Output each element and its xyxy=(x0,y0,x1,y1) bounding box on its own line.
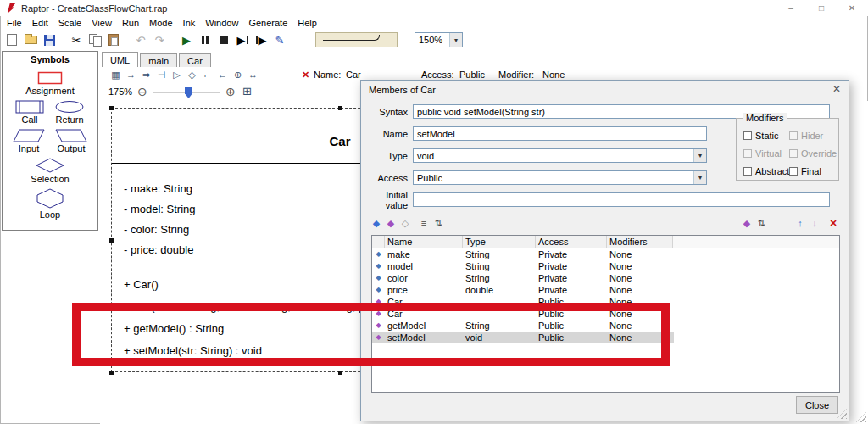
class-modifier-value[interactable]: None xyxy=(542,70,565,80)
zoom-level-select[interactable]: 150% ▾ xyxy=(415,32,463,47)
new-file-button[interactable] xyxy=(3,31,21,48)
menu-help[interactable]: Help xyxy=(292,18,322,28)
open-file-button[interactable] xyxy=(21,31,40,48)
redo-button[interactable]: ↷ xyxy=(150,31,169,48)
symbol-loop[interactable]: Loop xyxy=(36,188,64,220)
symbol-assignment[interactable]: Assignment xyxy=(25,71,74,96)
cut-button[interactable]: ✂ xyxy=(67,31,86,48)
app-icon xyxy=(7,3,16,14)
pause-icon xyxy=(202,36,209,44)
chevron-down-icon[interactable]: ▾ xyxy=(693,149,706,162)
selection-handle[interactable] xyxy=(338,106,342,110)
step-button[interactable]: ▶ xyxy=(233,31,252,48)
maximize-button[interactable]: □ xyxy=(806,0,837,15)
initial-value-input[interactable] xyxy=(413,192,830,207)
symbols-panel: Symbols Assignment Call Return Input Out… xyxy=(2,51,98,231)
uml-class-icon[interactable]: ▦ xyxy=(108,68,123,81)
menu-mode[interactable]: Mode xyxy=(144,18,178,28)
uml-reverse-arrow-icon[interactable]: ← xyxy=(215,68,230,81)
table-header: Name Type Access Modifiers xyxy=(372,236,839,248)
sort-icon[interactable]: ⇅ xyxy=(754,216,768,230)
stop-button[interactable] xyxy=(214,31,233,48)
open-folder-icon xyxy=(25,36,37,44)
menu-generate[interactable]: Generate xyxy=(243,18,292,28)
delete-icon[interactable]: ✕ xyxy=(298,68,313,81)
uml-realization-icon[interactable]: ⊣ xyxy=(154,68,169,81)
step-to-end-button[interactable]: ▶ xyxy=(252,31,270,48)
tab-uml[interactable]: UML xyxy=(102,52,138,67)
selection-handle[interactable] xyxy=(109,371,114,375)
menu-scale[interactable]: Scale xyxy=(53,18,87,28)
minimize-button[interactable]: – xyxy=(776,0,806,15)
uml-dependency-icon[interactable]: ⇒ xyxy=(139,68,153,81)
pen-button[interactable]: ✎ xyxy=(270,31,289,48)
undo-button[interactable]: ↶ xyxy=(131,31,150,48)
table-row[interactable]: ◆ make String Private None xyxy=(372,248,674,260)
uml-inheritance-icon[interactable]: ▷ xyxy=(170,68,184,81)
menu-edit[interactable]: Edit xyxy=(27,18,53,28)
checkbox-final[interactable]: Final xyxy=(789,166,821,176)
class-name-value[interactable]: Car xyxy=(346,70,361,80)
checkbox-abstract[interactable]: Abstract xyxy=(743,166,789,176)
checkbox-static[interactable]: Static xyxy=(743,131,779,141)
tab-main[interactable]: main xyxy=(140,53,177,67)
chevron-down-icon[interactable]: ▾ xyxy=(693,171,706,184)
pause-button[interactable] xyxy=(196,31,214,48)
symbol-output[interactable]: Output xyxy=(55,129,87,153)
list-view-icon[interactable]: ≡ xyxy=(417,216,431,230)
class-access-value[interactable]: Public xyxy=(459,70,485,80)
menu-window[interactable]: Window xyxy=(200,18,243,28)
name-input[interactable]: setModel xyxy=(413,126,707,141)
menu-ink[interactable]: Ink xyxy=(178,18,201,28)
tab-car[interactable]: Car xyxy=(179,53,211,67)
table-row[interactable]: ◆ price double Private None xyxy=(372,284,674,296)
zoom-out-icon[interactable]: ⊖ xyxy=(137,85,147,98)
symbol-input[interactable]: Input xyxy=(13,129,45,153)
fit-to-window-icon[interactable]: ⊞ xyxy=(242,85,252,98)
zoom-in-icon[interactable]: ⊕ xyxy=(225,85,236,98)
dialog-close-icon[interactable]: ✕ xyxy=(832,83,841,95)
selection-handle[interactable] xyxy=(338,371,342,375)
remove-member-icon[interactable]: ◇ xyxy=(398,216,412,230)
uml-connector-icon[interactable]: ⌐ xyxy=(200,68,214,81)
uml-association-icon[interactable]: → xyxy=(124,68,138,81)
delete-member-icon[interactable]: ✕ xyxy=(826,216,840,230)
move-down-icon[interactable]: ↓ xyxy=(808,216,821,230)
selection-handle[interactable] xyxy=(109,238,114,243)
zoom-slider[interactable] xyxy=(153,92,220,94)
paste-button[interactable] xyxy=(104,31,123,48)
column-header-type[interactable]: Type xyxy=(463,236,536,248)
uml-bidirectional-icon[interactable]: ↔ xyxy=(246,68,260,81)
menu-run[interactable]: Run xyxy=(117,18,144,28)
dialog-title-bar[interactable]: Members of Car ✕ xyxy=(361,81,849,99)
menu-file[interactable]: File xyxy=(2,18,27,28)
symbol-return[interactable]: Return xyxy=(54,100,85,125)
copy-button[interactable] xyxy=(86,31,104,48)
selection-handle[interactable] xyxy=(109,106,114,110)
column-header-name[interactable]: Name xyxy=(385,236,463,248)
menu-view[interactable]: View xyxy=(86,18,117,28)
access-select[interactable]: Public ▾ xyxy=(413,170,707,185)
table-row[interactable]: ◆ color String Private None xyxy=(372,272,674,284)
add-method-icon[interactable]: ◆ xyxy=(384,216,398,230)
table-row[interactable]: ◆ model String Private None xyxy=(372,260,674,272)
run-button[interactable]: ▶ xyxy=(177,31,196,48)
symbol-selection[interactable]: Selection xyxy=(31,158,69,184)
column-header-modifiers[interactable]: Modifiers xyxy=(607,236,673,248)
uml-add-icon[interactable]: ⊕ xyxy=(231,68,245,81)
chevron-down-icon[interactable]: ▾ xyxy=(449,33,462,47)
menu-bar: File Edit Scale View Run Mode Ink Window… xyxy=(2,16,322,29)
column-header-access[interactable]: Access xyxy=(536,236,607,248)
ink-width-preview[interactable] xyxy=(315,32,398,47)
show-members-icon[interactable]: ◆ xyxy=(740,216,754,230)
close-button[interactable]: ✕ xyxy=(837,0,867,15)
add-attribute-icon[interactable]: ◆ xyxy=(370,216,383,230)
move-up-icon[interactable]: ↑ xyxy=(793,216,807,230)
reorder-icon[interactable]: ⇅ xyxy=(431,216,445,230)
uml-aggregation-icon[interactable]: ◇ xyxy=(185,68,199,81)
dialog-close-button[interactable]: Close xyxy=(796,396,838,414)
save-button[interactable] xyxy=(40,31,58,48)
zoom-slider-handle[interactable] xyxy=(185,87,192,98)
symbol-call[interactable]: Call xyxy=(15,100,44,125)
type-select[interactable]: void ▾ xyxy=(413,148,707,163)
